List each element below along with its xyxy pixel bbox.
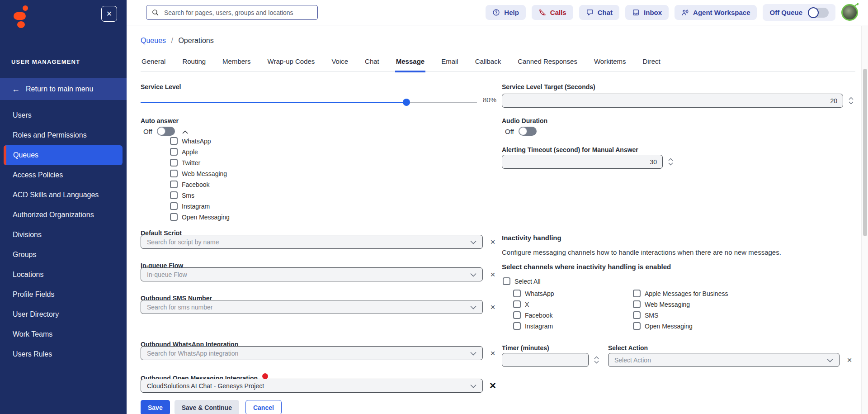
sidebar-item-access-policies[interactable]: Access Policies	[0, 165, 127, 185]
save-button[interactable]: Save	[141, 400, 170, 414]
in-queue-flow-dropdown[interactable]: In-queue Flow	[141, 267, 483, 281]
select-action-label: Select Action	[608, 344, 648, 352]
outbound-open-messaging-clear-button[interactable]: ✕	[488, 379, 497, 393]
checkbox-label: Facebook	[525, 312, 552, 319]
sidebar-item-locations[interactable]: Locations	[0, 265, 127, 285]
select-all-checkbox[interactable]	[503, 277, 510, 285]
sms-checkbox[interactable]	[170, 191, 178, 199]
calls-button[interactable]: Calls	[532, 5, 573, 20]
tab-canned-responses[interactable]: Canned Responses	[517, 57, 578, 72]
checkbox-label: Instagram	[525, 323, 553, 330]
return-to-main-menu[interactable]: ← Return to main menu	[0, 78, 127, 100]
checkbox-label: WhatsApp	[182, 138, 211, 145]
sidebar-item-queues[interactable]: Queues	[4, 145, 123, 165]
outbound-sms-dropdown[interactable]: Search for sms number	[141, 300, 483, 314]
tab-members[interactable]: Members	[222, 57, 252, 72]
cancel-button[interactable]: Cancel	[245, 400, 282, 414]
service-level-target-stepper[interactable]	[848, 94, 854, 108]
select-all-row: Select All	[503, 277, 541, 285]
slider-knob[interactable]	[403, 99, 410, 106]
sidebar-item-work-teams[interactable]: Work Teams	[0, 324, 127, 344]
channel-row-instagram: Instagram	[170, 202, 230, 210]
service-level-slider[interactable]	[141, 98, 477, 106]
sidebar-close-button[interactable]: ✕	[101, 6, 117, 22]
sidebar-item-groups[interactable]: Groups	[0, 245, 127, 265]
breadcrumb: Queues / Operations	[141, 37, 214, 45]
checkbox-label: WhatsApp	[525, 290, 554, 297]
inactivity-row-open-messaging: Open Messaging	[633, 322, 728, 330]
open-messaging-checkbox[interactable]	[633, 322, 641, 330]
whatsapp-checkbox[interactable]	[513, 290, 521, 297]
alerting-timeout-input[interactable]	[502, 155, 663, 169]
save-and-continue-button[interactable]: Save & Continue	[175, 400, 239, 414]
web-messaging-checkbox[interactable]	[170, 170, 178, 177]
agent-workspace-button[interactable]: Agent Workspace	[675, 5, 757, 20]
twitter-checkbox[interactable]	[170, 159, 178, 167]
sidebar-item-authorized-organizations[interactable]: Authorized Organizations	[0, 205, 127, 225]
apple-checkbox[interactable]	[170, 148, 178, 156]
timer-minutes-stepper[interactable]	[593, 353, 599, 367]
default-script-dropdown[interactable]: Search for script by name	[141, 235, 483, 249]
outbound-sms-clear-button[interactable]: ×	[488, 300, 497, 314]
whatsapp-checkbox[interactable]	[170, 137, 178, 145]
apple-messages-checkbox[interactable]	[633, 290, 641, 297]
in-queue-flow-clear-button[interactable]: ×	[488, 267, 497, 281]
outbound-whatsapp-clear-button[interactable]: ×	[488, 346, 497, 360]
vertical-scrollbar[interactable]	[861, 26, 868, 414]
tab-email[interactable]: Email	[440, 57, 459, 72]
default-script-clear-button[interactable]: ×	[488, 235, 497, 249]
tab-chat[interactable]: Chat	[364, 57, 380, 72]
inactivity-row-sms: SMS	[633, 311, 728, 319]
sidebar-item-users-rules[interactable]: Users Rules	[0, 344, 127, 364]
select-action-dropdown[interactable]: Select Action	[608, 353, 840, 367]
nav-label: Profile Fields	[13, 290, 54, 299]
collapse-chevron-up-icon[interactable]	[182, 128, 188, 135]
facebook-checkbox[interactable]	[513, 311, 521, 319]
inactivity-select-label: Select channels where inactivity handlin…	[502, 263, 671, 271]
facebook-checkbox[interactable]	[170, 181, 178, 188]
scrollbar-thumb[interactable]	[863, 69, 867, 236]
sidebar-item-roles-and-permissions[interactable]: Roles and Permissions	[0, 125, 127, 145]
tab-direct[interactable]: Direct	[642, 57, 661, 72]
service-level-target-input[interactable]	[502, 94, 843, 108]
tab-wrap-up-codes[interactable]: Wrap-up Codes	[267, 57, 316, 72]
auto-answer-toggle[interactable]	[157, 127, 175, 136]
sidebar-item-divisions[interactable]: Divisions	[0, 225, 127, 245]
tab-voice[interactable]: Voice	[330, 57, 349, 72]
sidebar-item-acd-skills-and-languages[interactable]: ACD Skills and Languages	[0, 185, 127, 205]
chat-label: Chat	[598, 9, 613, 16]
logo-dot	[23, 5, 28, 11]
select-action-clear-button[interactable]: ×	[845, 353, 854, 367]
user-avatar[interactable]	[841, 4, 858, 21]
tab-message[interactable]: Message	[395, 57, 425, 72]
x-checkbox[interactable]	[513, 300, 521, 308]
alerting-timeout-stepper[interactable]	[667, 155, 674, 169]
inbox-label: Inbox	[644, 9, 662, 16]
sidebar-item-profile-fields[interactable]: Profile Fields	[0, 285, 127, 305]
open-messaging-checkbox[interactable]	[170, 213, 178, 221]
tab-general[interactable]: General	[141, 57, 166, 72]
global-search[interactable]	[146, 5, 318, 20]
instagram-checkbox[interactable]	[513, 322, 521, 330]
inbox-button[interactable]: Inbox	[625, 5, 669, 20]
audio-duration-toggle[interactable]	[519, 127, 537, 136]
sidebar-item-user-directory[interactable]: User Directory	[0, 305, 127, 324]
nav-label: Users	[13, 111, 32, 119]
toggle-knob	[808, 7, 819, 18]
help-button[interactable]: Help	[486, 5, 526, 20]
timer-minutes-input[interactable]	[502, 353, 589, 367]
chat-button[interactable]: Chat	[579, 5, 619, 20]
sms-checkbox[interactable]	[633, 311, 641, 319]
tab-workitems[interactable]: Workitems	[593, 57, 627, 72]
instagram-checkbox[interactable]	[170, 202, 178, 210]
checkbox-label: Instagram	[182, 203, 210, 210]
outbound-open-messaging-dropdown[interactable]: CloudSolutions AI Chat - Genesys Project	[141, 379, 483, 393]
off-queue-toggle[interactable]	[808, 8, 829, 18]
breadcrumb-queues-link[interactable]: Queues	[141, 37, 166, 44]
tab-routing[interactable]: Routing	[181, 57, 207, 72]
tab-callback[interactable]: Callback	[474, 57, 502, 72]
search-input[interactable]	[163, 9, 312, 17]
web-messaging-checkbox[interactable]	[633, 300, 641, 308]
outbound-whatsapp-dropdown[interactable]: Search for WhatsApp integration	[141, 346, 483, 360]
sidebar-item-users[interactable]: Users	[0, 105, 127, 125]
